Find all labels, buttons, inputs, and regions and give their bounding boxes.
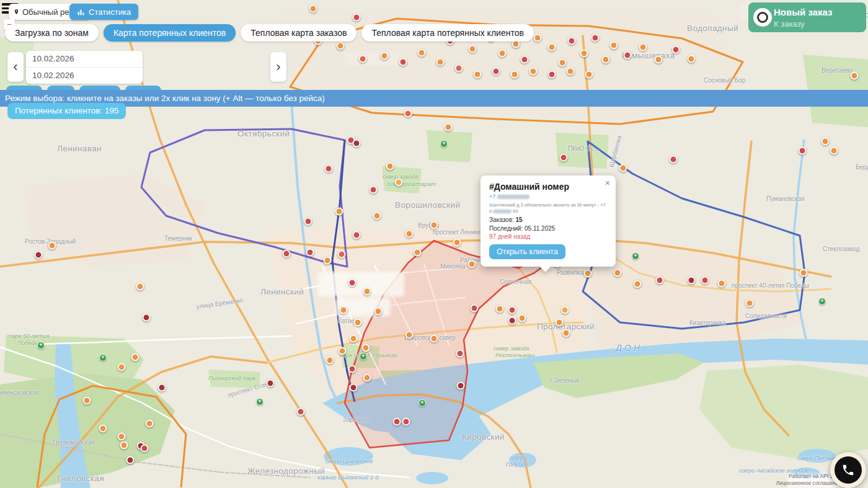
- client-marker[interactable]: [453, 239, 461, 247]
- client-marker[interactable]: [560, 154, 568, 162]
- client-marker[interactable]: [670, 156, 678, 164]
- client-marker[interactable]: [337, 42, 345, 50]
- client-marker[interactable]: [534, 34, 542, 42]
- client-marker[interactable]: [445, 123, 453, 131]
- client-marker[interactable]: [350, 384, 358, 392]
- client-marker[interactable]: [436, 58, 445, 66]
- client-marker[interactable]: [672, 46, 680, 54]
- new-order-panel[interactable]: Новый заказ К заказу: [748, 2, 866, 32]
- close-icon[interactable]: ×: [605, 178, 610, 188]
- client-marker[interactable]: [655, 56, 663, 64]
- client-marker[interactable]: [405, 230, 414, 238]
- to-order-link[interactable]: К заказу: [774, 19, 805, 29]
- client-marker[interactable]: [158, 384, 166, 392]
- client-marker[interactable]: [126, 456, 135, 464]
- client-marker[interactable]: [381, 52, 389, 60]
- client-marker[interactable]: [338, 251, 346, 259]
- client-marker[interactable]: [363, 288, 371, 296]
- client-marker[interactable]: [395, 179, 403, 187]
- client-marker[interactable]: [492, 68, 500, 76]
- client-marker[interactable]: [304, 218, 312, 226]
- client-marker[interactable]: [561, 306, 569, 314]
- client-marker[interactable]: [404, 110, 412, 118]
- client-marker[interactable]: [498, 50, 507, 58]
- client-marker[interactable]: [800, 269, 808, 277]
- client-marker[interactable]: [118, 363, 126, 371]
- client-marker[interactable]: [610, 42, 618, 50]
- client-marker[interactable]: [468, 260, 476, 268]
- client-marker[interactable]: [335, 208, 343, 216]
- client-marker[interactable]: [584, 270, 592, 278]
- tab-lost-clients-map[interactable]: Карта потерянных клиентов: [104, 24, 236, 42]
- client-marker[interactable]: [471, 304, 479, 313]
- tab-zone-load[interactable]: Загрузка по зонам: [5, 24, 99, 42]
- tab-lost-clients-heatmap[interactable]: Тепловая карта потерянных клиентов: [361, 24, 533, 42]
- client-marker[interactable]: [688, 55, 696, 63]
- client-marker[interactable]: [602, 56, 610, 64]
- client-marker[interactable]: [430, 221, 438, 229]
- next-period-button[interactable]: ›: [270, 52, 286, 82]
- client-marker[interactable]: [118, 433, 126, 441]
- client-marker[interactable]: [746, 299, 754, 308]
- client-marker[interactable]: [548, 71, 556, 79]
- client-marker[interactable]: [830, 147, 838, 155]
- client-marker[interactable]: [283, 250, 291, 258]
- client-marker[interactable]: [339, 347, 347, 355]
- client-marker[interactable]: [511, 71, 519, 79]
- call-button[interactable]: [830, 452, 866, 488]
- client-marker[interactable]: [359, 55, 367, 63]
- client-marker[interactable]: [348, 279, 356, 287]
- client-marker[interactable]: [325, 165, 333, 173]
- client-marker[interactable]: [363, 374, 371, 382]
- client-marker[interactable]: [48, 242, 56, 250]
- date-to-input[interactable]: 10.02.2026: [26, 68, 143, 84]
- client-marker[interactable]: [469, 45, 477, 53]
- client-marker[interactable]: [405, 331, 414, 339]
- client-marker[interactable]: [99, 425, 107, 433]
- client-marker[interactable]: [402, 418, 410, 426]
- client-marker[interactable]: [373, 212, 381, 220]
- client-marker[interactable]: [568, 37, 576, 45]
- client-marker[interactable]: [370, 186, 378, 194]
- client-marker[interactable]: [688, 277, 696, 285]
- client-marker[interactable]: [456, 350, 464, 358]
- client-marker[interactable]: [556, 319, 564, 327]
- client-marker[interactable]: [614, 269, 622, 277]
- open-client-button[interactable]: Открыть клиента: [489, 244, 565, 259]
- client-marker[interactable]: [474, 71, 482, 79]
- client-marker[interactable]: [624, 51, 632, 60]
- client-marker[interactable]: [35, 251, 43, 259]
- client-marker[interactable]: [562, 329, 570, 337]
- client-marker[interactable]: [567, 68, 575, 76]
- client-marker[interactable]: [131, 353, 140, 362]
- client-marker[interactable]: [457, 382, 465, 390]
- client-marker[interactable]: [353, 140, 361, 148]
- client-marker[interactable]: [326, 357, 334, 365]
- client-marker[interactable]: [267, 379, 275, 388]
- prev-period-button[interactable]: ‹: [7, 52, 24, 82]
- client-marker[interactable]: [146, 420, 154, 428]
- client-marker[interactable]: [309, 5, 317, 13]
- client-marker[interactable]: [353, 231, 361, 239]
- client-marker[interactable]: [120, 441, 128, 450]
- client-marker[interactable]: [418, 49, 426, 57]
- client-marker[interactable]: [656, 277, 664, 285]
- client-marker[interactable]: [548, 43, 556, 51]
- client-marker[interactable]: [851, 72, 859, 80]
- client-marker[interactable]: [591, 34, 600, 42]
- client-marker[interactable]: [518, 314, 526, 322]
- client-marker[interactable]: [143, 314, 151, 322]
- client-marker[interactable]: [306, 249, 314, 257]
- client-marker[interactable]: [585, 71, 593, 79]
- license-link[interactable]: Лицензионное соглашение: [776, 480, 843, 487]
- client-marker[interactable]: [718, 280, 726, 288]
- client-marker[interactable]: [414, 249, 422, 257]
- client-marker[interactable]: [529, 68, 538, 76]
- client-marker[interactable]: [559, 59, 567, 67]
- client-marker[interactable]: [822, 138, 830, 146]
- client-marker[interactable]: [340, 306, 348, 314]
- client-marker[interactable]: [580, 50, 588, 58]
- client-marker[interactable]: [521, 56, 529, 64]
- client-marker[interactable]: [496, 305, 504, 313]
- client-marker[interactable]: [508, 317, 516, 325]
